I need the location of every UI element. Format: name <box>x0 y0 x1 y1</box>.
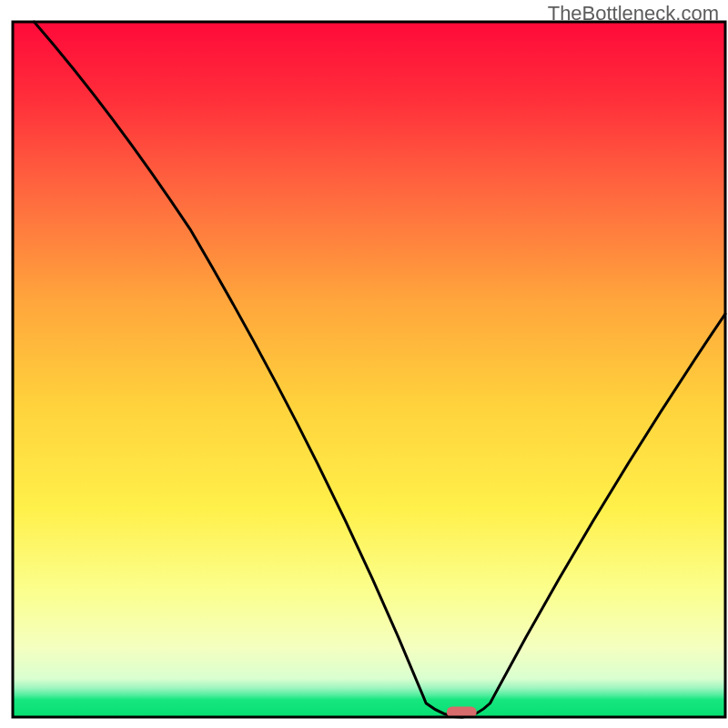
chart-background <box>13 22 725 717</box>
bottleneck-chart <box>0 0 728 728</box>
chart-container: TheBottleneck.com <box>0 0 728 728</box>
watermark-label: TheBottleneck.com <box>548 2 719 25</box>
